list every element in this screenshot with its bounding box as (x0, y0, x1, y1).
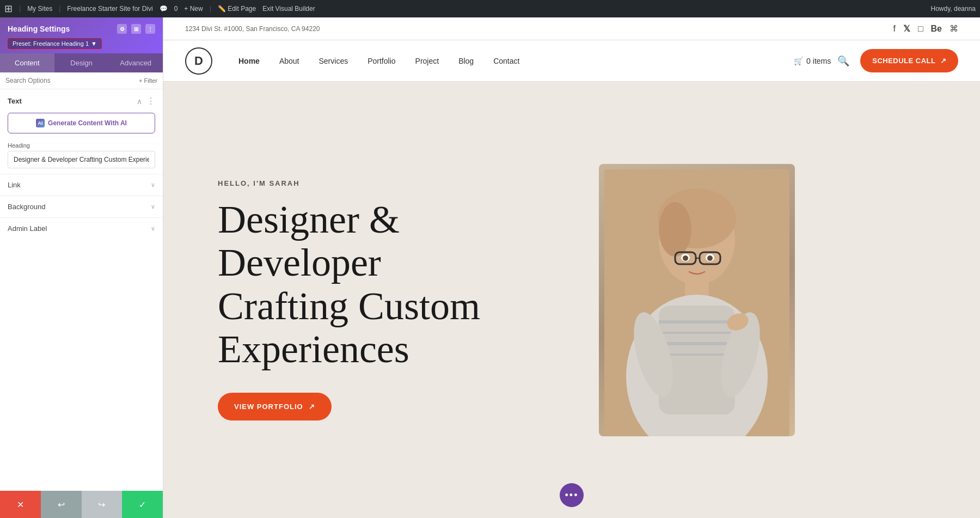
floating-action-button[interactable]: ••• (560, 483, 584, 507)
background-section-label: Background (8, 203, 45, 211)
search-input[interactable] (5, 77, 134, 84)
text-section-header[interactable]: Text ∧ ⋮ (0, 89, 163, 111)
nav-links: Home About Services Portfolio Project Bl… (229, 57, 794, 65)
cancel-button[interactable]: ✕ (0, 491, 41, 518)
schedule-call-button[interactable]: SCHEDULE CALL ↗ (860, 49, 958, 72)
new-link[interactable]: + New (184, 5, 203, 13)
hero-title: Designer & DeveloperCrafting CustomExper… (218, 198, 555, 371)
instagram-icon[interactable]: □ (918, 24, 923, 34)
twitter-x-icon[interactable]: 𝕏 (903, 23, 910, 34)
undo-icon: ↩ (58, 499, 65, 510)
hero-image (599, 164, 795, 436)
heading-input[interactable] (8, 151, 155, 168)
view-portfolio-button[interactable]: VIEW PORTFOLIO ↗ (218, 393, 332, 421)
ai-icon-text: AI (38, 120, 43, 126)
confirm-button[interactable]: ✓ (122, 491, 163, 518)
edit-page-link[interactable]: ✏️ Edit Page (218, 5, 256, 13)
nav-link-blog[interactable]: Blog (449, 57, 483, 65)
nav-cart[interactable]: 🛒 0 items (794, 57, 831, 65)
panel-header: Heading Settings ⚙ ⊞ ⋮ Preset: Freelance… (0, 17, 163, 53)
main-layout: Heading Settings ⚙ ⊞ ⋮ Preset: Freelance… (0, 17, 980, 518)
comment-icon: 💬 (160, 5, 168, 13)
ai-button-label: Generate Content With AI (48, 119, 127, 127)
panel-title-text: Heading Settings (8, 25, 70, 33)
person-illustration (604, 169, 789, 436)
link-chevron-icon: ∨ (151, 181, 155, 188)
behance-icon[interactable]: Bе (931, 24, 942, 34)
svg-point-3 (659, 202, 691, 257)
social-icons: f 𝕏 □ Bе ⌘ (893, 23, 958, 34)
text-section-chevron-icon: ∧ (137, 97, 142, 106)
more-icon[interactable]: ⋮ (145, 24, 155, 34)
view-portfolio-arrow-icon: ↗ (309, 403, 315, 411)
cancel-icon: ✕ (17, 499, 24, 510)
link-section-row[interactable]: Link ∨ (0, 174, 163, 196)
site-nav: D Home About Services Portfolio Project … (163, 40, 980, 82)
link-section-label: Link (8, 181, 21, 189)
tab-advanced[interactable]: Advanced (108, 53, 163, 72)
hero-subtitle: HELLO, I'M SARAH (218, 179, 555, 187)
text-section-more-icon[interactable]: ⋮ (146, 96, 155, 106)
site-address: 1234 Divi St. #1000, San Francisco, CA 9… (185, 25, 320, 33)
panel-body: Text ∧ ⋮ AI Generate Content With AI Hea… (0, 89, 163, 491)
background-chevron-icon: ∨ (151, 203, 155, 210)
panel-tabs: Content Design Advanced (0, 53, 163, 72)
left-panel: Heading Settings ⚙ ⊞ ⋮ Preset: Freelance… (0, 17, 163, 518)
preset-bar[interactable]: Preset: Freelance Heading 1 ▼ (8, 38, 102, 49)
cart-count: 0 items (806, 57, 831, 65)
settings-icon[interactable]: ⚙ (117, 24, 127, 34)
exit-builder-link[interactable]: Exit Visual Builder (262, 5, 315, 13)
heading-field-label: Heading (0, 139, 163, 151)
site-hero: HELLO, I'M SARAH Designer & DeveloperCra… (163, 82, 980, 518)
redo-button[interactable]: ↪ (82, 491, 122, 518)
columns-icon[interactable]: ⊞ (131, 24, 141, 34)
nav-link-home[interactable]: Home (229, 57, 270, 65)
site-preview: 1234 Divi St. #1000, San Francisco, CA 9… (163, 17, 980, 518)
admin-label-section-label: Admin Label (8, 224, 47, 233)
panel-title: Heading Settings ⚙ ⊞ ⋮ (8, 24, 155, 34)
schedule-call-arrow-icon: ↗ (940, 57, 947, 65)
filter-button[interactable]: + Filter (139, 77, 157, 84)
admin-label-chevron-icon: ∨ (151, 225, 155, 232)
view-portfolio-label: VIEW PORTFOLIO (234, 403, 303, 411)
facebook-icon[interactable]: f (893, 24, 895, 34)
site-top-bar: 1234 Divi St. #1000, San Francisco, CA 9… (163, 17, 980, 40)
text-section-label: Text (8, 97, 22, 105)
admin-bar: ⊞ | My Sites | Freelance Starter Site fo… (0, 0, 980, 17)
cart-icon: 🛒 (794, 57, 803, 65)
confirm-icon: ✓ (139, 499, 146, 510)
nav-link-contact[interactable]: Contact (483, 57, 529, 65)
ai-icon: AI (36, 119, 45, 127)
schedule-call-label: SCHEDULE CALL (872, 57, 935, 65)
nav-link-portfolio[interactable]: Portfolio (358, 57, 405, 65)
background-section-row[interactable]: Background ∨ (0, 196, 163, 217)
nav-link-about[interactable]: About (270, 57, 309, 65)
panel-title-icons: ⚙ ⊞ ⋮ (117, 24, 155, 34)
panel-search: + Filter (0, 72, 163, 89)
tab-content[interactable]: Content (0, 53, 54, 72)
howdy-text: Howdy, deanna (931, 5, 976, 13)
panel-footer: ✕ ↩ ↪ ✓ (0, 491, 163, 518)
comment-count: 0 (174, 5, 178, 13)
undo-button[interactable]: ↩ (41, 491, 82, 518)
svg-point-18 (683, 255, 688, 261)
wp-logo-icon[interactable]: ⊞ (4, 3, 13, 15)
starter-site-link[interactable]: Freelance Starter Site for Divi (67, 5, 152, 13)
preset-chevron-icon: ▼ (91, 40, 97, 47)
tab-design[interactable]: Design (54, 53, 109, 72)
dots-icon: ••• (565, 490, 579, 501)
search-icon[interactable]: 🔍 (837, 55, 849, 67)
nav-link-services[interactable]: Services (309, 57, 358, 65)
dribbble-icon[interactable]: ⌘ (950, 23, 958, 34)
preset-label: Preset: Freelance Heading 1 (13, 40, 89, 47)
site-logo[interactable]: D (185, 47, 212, 75)
redo-icon: ↪ (98, 499, 105, 510)
svg-point-19 (707, 255, 713, 261)
admin-label-section-row[interactable]: Admin Label ∨ (0, 217, 163, 239)
hero-text: HELLO, I'M SARAH Designer & DeveloperCra… (218, 179, 555, 421)
my-sites-link[interactable]: My Sites (27, 5, 52, 13)
generate-ai-button[interactable]: AI Generate Content With AI (8, 113, 155, 133)
nav-link-project[interactable]: Project (406, 57, 449, 65)
